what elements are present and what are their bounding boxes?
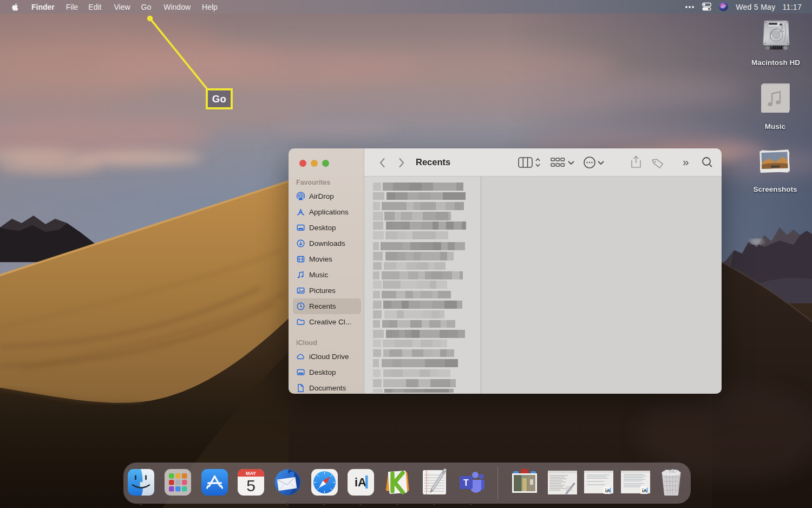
svg-text:iA: iA <box>642 488 647 493</box>
svg-text:T: T <box>463 478 469 487</box>
svg-text:iA: iA <box>355 476 366 489</box>
svg-text:iA: iA <box>605 488 611 493</box>
svg-text:5: 5 <box>246 477 256 494</box>
svg-text:MAY: MAY <box>245 471 256 476</box>
